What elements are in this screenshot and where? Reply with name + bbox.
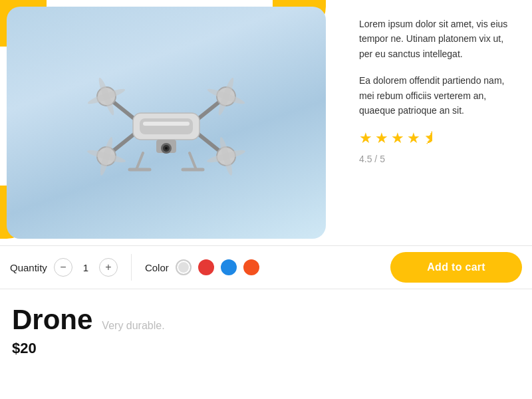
star-3: ★	[391, 130, 404, 147]
product-card: Lorem ipsum dolor sit amet, vis eius tem…	[0, 0, 532, 399]
color-label: Color	[145, 262, 169, 273]
stars-row: ★ ★ ★ ★ ⯨	[359, 130, 512, 147]
description-panel: Lorem ipsum dolor sit amet, vis eius tem…	[339, 0, 532, 245]
svg-line-23	[136, 153, 143, 170]
svg-rect-17	[140, 118, 193, 134]
product-price: $20	[12, 340, 520, 357]
svg-rect-18	[143, 122, 190, 126]
svg-point-22	[165, 147, 168, 150]
color-section: Color	[145, 259, 259, 275]
controls-section: Quantity − 1 + Color Add to cart	[0, 246, 532, 289]
star-2: ★	[375, 130, 388, 147]
add-to-cart-button[interactable]: Add to cart	[390, 252, 522, 283]
top-section: Lorem ipsum dolor sit amet, vis eius tem…	[0, 0, 532, 246]
star-4: ★	[407, 130, 420, 147]
star-1: ★	[359, 130, 372, 147]
image-panel	[0, 0, 339, 245]
product-info: Drone Very durable. $20	[0, 289, 532, 372]
quantity-section: Quantity − 1 +	[10, 258, 118, 277]
svg-line-24	[190, 153, 196, 170]
color-red-option[interactable]	[198, 259, 214, 275]
color-white-option[interactable]	[176, 259, 192, 275]
quantity-increase-button[interactable]: +	[99, 258, 118, 277]
product-tagline: Very durable.	[102, 320, 164, 332]
quantity-value: 1	[79, 262, 92, 273]
color-orange-option[interactable]	[243, 259, 259, 275]
drone-svg	[73, 50, 259, 196]
quantity-color-divider	[131, 254, 132, 281]
product-name-row: Drone Very durable.	[12, 304, 520, 336]
rating-text: 4.5 / 5	[359, 154, 512, 164]
drone-image	[7, 7, 326, 239]
star-half: ⯨	[423, 130, 438, 147]
description-text-2: Ea dolorem offendit partiendo nam, mei r…	[359, 73, 512, 118]
product-name: Drone	[12, 304, 92, 336]
color-blue-option[interactable]	[221, 259, 237, 275]
description-text-1: Lorem ipsum dolor sit amet, vis eius tem…	[359, 17, 512, 61]
quantity-label: Quantity	[10, 262, 47, 273]
quantity-decrease-button[interactable]: −	[54, 258, 72, 277]
